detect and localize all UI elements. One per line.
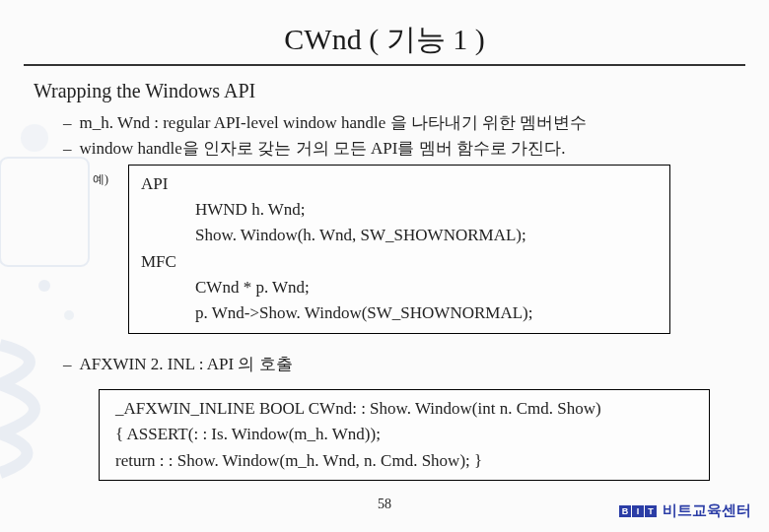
logo-letter: B xyxy=(619,505,631,517)
title-rule xyxy=(24,64,745,66)
logo-letter: T xyxy=(645,505,657,517)
afxwin-text: AFXWIN 2. INL : API 의 호출 xyxy=(80,352,293,377)
example-row: 예) API HWND h. Wnd; Show. Window(h. Wnd,… xyxy=(93,165,739,334)
brand: B I T 비트교육센터 xyxy=(619,501,751,520)
page-title: CWnd ( 기능 1 ) xyxy=(20,20,749,60)
brand-logo-icon: B I T xyxy=(619,505,657,517)
section-heading: Wrapping the Windows API xyxy=(34,76,739,106)
dash-icon: – xyxy=(63,136,72,162)
afxwin-bullet: – AFXWIN 2. INL : API 의 호출 xyxy=(34,352,739,377)
brand-name: 비트교육센터 xyxy=(663,501,751,520)
afxwin-code-wrap: _AFXWIN_INLINE BOOL CWnd: : Show. Window… xyxy=(99,389,710,481)
bullet-text: m_h. Wnd : regular API-level window hand… xyxy=(80,110,588,136)
logo-letter: I xyxy=(632,505,644,517)
api-label: API xyxy=(141,171,195,197)
mfc-code: CWnd * p. Wnd; p. Wnd->Show. Window(SW_S… xyxy=(195,275,652,327)
page-number: 58 xyxy=(378,497,391,512)
dash-icon: – xyxy=(63,352,72,377)
dash-icon: – xyxy=(63,110,72,136)
slide-page: CWnd ( 기능 1 ) Wrapping the Windows API –… xyxy=(0,0,769,532)
bullet-item: – m_h. Wnd : regular API-level window ha… xyxy=(63,110,739,136)
footer: 58 B I T 비트교육센터 xyxy=(0,497,769,520)
example-label: 예) xyxy=(93,170,108,189)
bullet-list: – m_h. Wnd : regular API-level window ha… xyxy=(34,110,739,163)
bullet-text: window handle을 인자로 갖는 거의 모든 API를 멤버 함수로 … xyxy=(80,136,566,162)
api-mfc-code-box: API HWND h. Wnd; Show. Window(h. Wnd, SW… xyxy=(128,165,670,334)
afxwin-code-box: _AFXWIN_INLINE BOOL CWnd: : Show. Window… xyxy=(99,389,710,481)
mfc-label: MFC xyxy=(141,249,195,275)
bullet-item: – window handle을 인자로 갖는 거의 모든 API를 멤버 함수… xyxy=(63,136,739,162)
api-code: HWND h. Wnd; Show. Window(h. Wnd, SW_SHO… xyxy=(195,197,652,249)
content-area: Wrapping the Windows API – m_h. Wnd : re… xyxy=(20,76,749,481)
